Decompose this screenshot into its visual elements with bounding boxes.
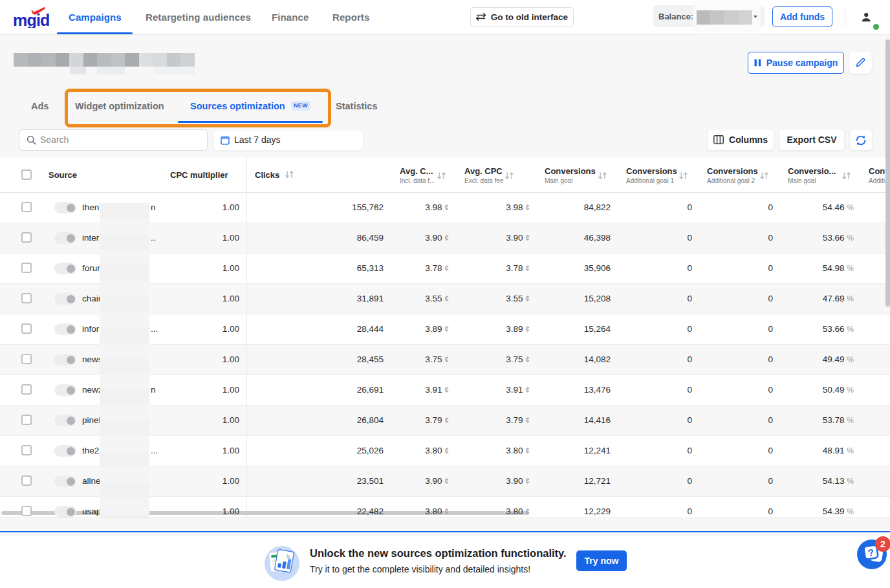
svg-text:mgid: mgid bbox=[13, 11, 50, 28]
